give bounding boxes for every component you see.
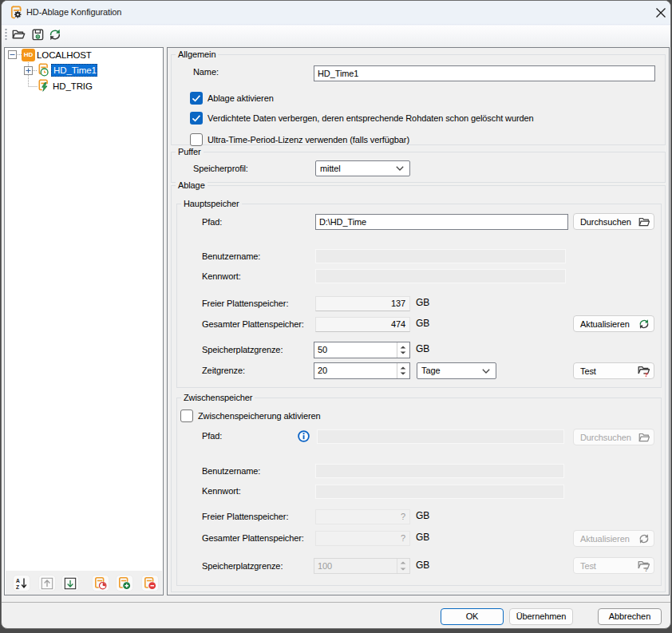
svg-text:Z: Z <box>16 584 19 589</box>
svg-text:A: A <box>16 578 20 584</box>
svg-text:?: ? <box>644 565 648 571</box>
svg-text:?: ? <box>644 370 648 376</box>
